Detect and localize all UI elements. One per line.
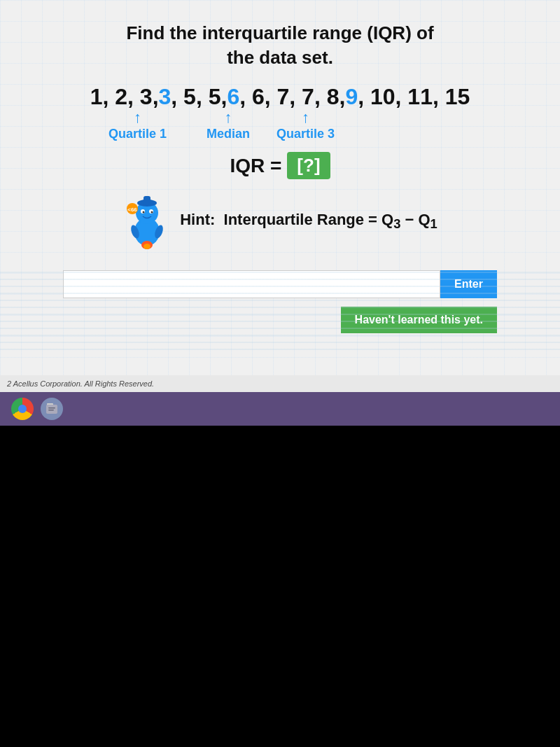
svg-rect-17 xyxy=(48,410,54,411)
svg-rect-15 xyxy=(46,405,57,414)
median-arrow: ↑ Median xyxy=(206,110,250,141)
mascot: <66 xyxy=(122,193,172,249)
iqr-label: IQR = xyxy=(230,155,281,177)
svg-rect-3 xyxy=(144,196,150,204)
hint-text: Hint: Interquartile Range = Q3 − Q1 xyxy=(180,211,438,232)
bottom-area xyxy=(0,426,560,747)
quartile1-arrow: ↑ Quartile 1 xyxy=(108,110,167,141)
iqr-equation: IQR = [?] xyxy=(230,152,330,179)
svg-rect-16 xyxy=(48,407,55,409)
havent-learned-button[interactable]: Haven't learned this yet. xyxy=(341,307,497,333)
quartile3-arrow: ↑ Quartile 3 xyxy=(276,110,335,141)
enter-button[interactable]: Enter xyxy=(440,270,497,298)
answer-input[interactable] xyxy=(63,270,440,298)
svg-point-7 xyxy=(151,211,153,214)
button-row: Haven't learned this yet. xyxy=(63,307,497,333)
svg-point-6 xyxy=(143,211,145,214)
svg-point-13 xyxy=(144,244,150,249)
title-line2: the data set. xyxy=(227,47,333,68)
data-set-row: 1, 2, 3, 3, 5, 5, 6, 6, 7, 7, 8, 9, 10, … xyxy=(90,84,470,110)
copyright-bar: 2 Acellus Corporation. All Rights Reserv… xyxy=(0,375,560,392)
arrows-row: ↑ Quartile 1 ↑ Median ↑ Quartile 3 xyxy=(28,110,532,145)
answer-input-row: Enter xyxy=(63,270,497,298)
svg-text:<66: <66 xyxy=(127,207,137,213)
mascot-svg: <66 xyxy=(122,193,172,249)
files-taskbar-icon[interactable] xyxy=(41,398,63,420)
copyright-text: 2 Acellus Corporation. All Rights Reserv… xyxy=(7,379,154,388)
title-line1: Find the interquartile range (IQR) of xyxy=(126,22,433,43)
files-icon xyxy=(45,402,59,416)
iqr-placeholder-box: [?] xyxy=(287,152,330,179)
question-title: Find the interquartile range (IQR) of th… xyxy=(126,21,433,70)
chrome-taskbar-icon[interactable] xyxy=(11,398,34,420)
hint-row: <66 Hint: Interquartile Range = Q3 − Q1 xyxy=(122,193,438,249)
taskbar xyxy=(0,392,560,426)
